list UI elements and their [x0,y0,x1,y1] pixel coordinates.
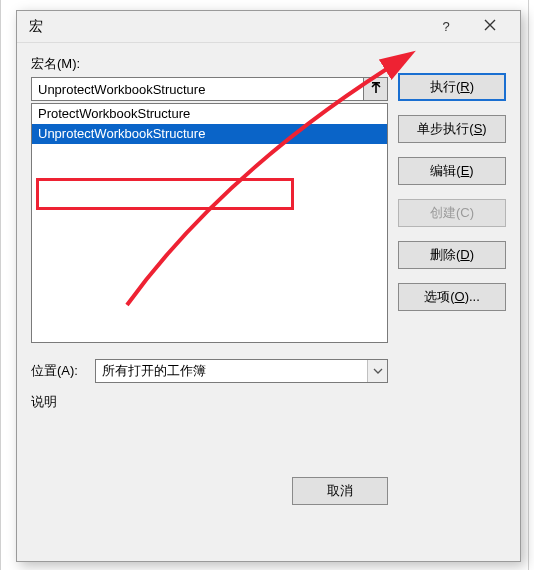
close-button[interactable] [468,13,512,41]
help-icon: ? [442,19,449,34]
edit-button[interactable]: 编辑(E) [398,157,506,185]
cancel-button[interactable]: 取消 [292,477,388,505]
run-button[interactable]: 执行(R) [398,73,506,101]
close-icon [484,19,496,34]
dialog-title: 宏 [29,18,424,36]
list-item[interactable]: UnprotectWorkbookStructure [32,124,387,144]
description-area [31,411,388,451]
location-value: 所有打开的工作簿 [102,362,206,380]
help-button[interactable]: ? [424,13,468,41]
description-label: 说明 [31,393,388,411]
titlebar: 宏 ? [17,11,520,43]
macro-dialog: 宏 ? 宏名(M): Pr [16,10,521,562]
list-item[interactable]: ProtectWorkbookStructure [32,104,387,124]
macro-name-input[interactable] [31,77,364,101]
macro-name-label: 宏名(M): [31,55,388,73]
macro-name-ref-button[interactable] [364,77,388,101]
create-button: 创建(C) [398,199,506,227]
up-arrow-icon [370,82,382,97]
location-select[interactable]: 所有打开的工作簿 [95,359,388,383]
delete-button[interactable]: 删除(D) [398,241,506,269]
options-button[interactable]: 选项(O)... [398,283,506,311]
chevron-down-icon [367,360,387,382]
macro-list[interactable]: ProtectWorkbookStructure UnprotectWorkbo… [31,103,388,343]
step-button[interactable]: 单步执行(S) [398,115,506,143]
location-label: 位置(A): [31,362,87,380]
dialog-body: 宏名(M): ProtectWorkbookStructure Unprotec… [17,43,520,561]
